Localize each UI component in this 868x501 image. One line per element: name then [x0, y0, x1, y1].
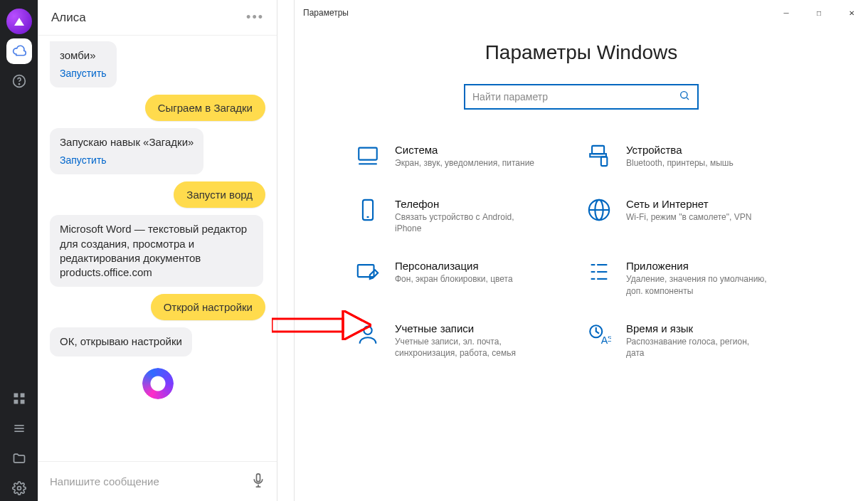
bot-message: ОК, открываю настройки — [50, 327, 192, 356]
svg-rect-21 — [601, 157, 608, 166]
tile-desc: Учетные записи, эл. почта, синхронизация… — [395, 336, 537, 359]
tile-desc: Wi-Fi, режим "в самолете", VPN — [626, 211, 751, 223]
svg-rect-19 — [592, 146, 604, 154]
user-message: Сыграем в Загадки — [145, 95, 265, 121]
window-controls: ─ □ ✕ — [770, 0, 868, 26]
system-icon — [354, 144, 382, 172]
tile-system[interactable]: Система Экран, звук, уведомления, питани… — [354, 144, 578, 172]
bot-message: Запускаю навык «Загадки» Запустить — [50, 128, 203, 174]
settings-body: Параметры Windows Система Экран, звук, у… — [295, 26, 868, 366]
svg-rect-3 — [20, 394, 24, 398]
settings-heading: Параметры Windows — [337, 41, 825, 64]
folder-icon[interactable] — [6, 445, 32, 471]
window-title: Параметры — [303, 8, 349, 18]
bot-message: Microsoft Word — текстовый редактор для … — [50, 215, 263, 287]
time-icon: A字 — [585, 322, 613, 351]
apps-icon — [585, 260, 613, 288]
chat-input[interactable] — [50, 475, 243, 487]
svg-rect-27 — [358, 265, 374, 277]
personalization-icon — [354, 260, 382, 288]
accounts-icon — [354, 322, 382, 351]
settings-search-input[interactable] — [472, 91, 679, 102]
tile-devices[interactable]: Устройства Bluetooth, принтеры, мышь — [585, 144, 809, 172]
cloud-icon[interactable] — [6, 38, 32, 64]
search-icon[interactable] — [679, 90, 690, 104]
devices-icon — [585, 144, 613, 172]
tile-title: Учетные записи — [395, 322, 537, 334]
tile-phone[interactable]: Телефон Связать устройство с Android, iP… — [354, 198, 578, 234]
grid-icon[interactable] — [6, 386, 32, 411]
user-message: Открой настройки — [151, 294, 265, 320]
tile-desc: Удаление, значения по умолчанию, доп. ко… — [626, 273, 768, 296]
close-button[interactable]: ✕ — [835, 0, 868, 26]
tile-title: Сеть и Интернет — [626, 198, 751, 210]
tile-title: Телефон — [395, 198, 537, 210]
tile-personalization[interactable]: Персонализация Фон, экран блокировки, цв… — [354, 260, 578, 296]
chat-header: Алиса ••• — [38, 0, 277, 36]
svg-rect-2 — [14, 394, 18, 398]
alisa-chat-panel: Алиса ••• зомби» Запустить Сыграем в Заг… — [38, 0, 277, 501]
user-message: Запусти ворд — [174, 181, 265, 208]
bot-message: зомби» Запустить — [50, 41, 117, 88]
svg-point-9 — [17, 487, 21, 490]
tile-time[interactable]: A字 Время и язык Распознавание голоса, ре… — [585, 322, 809, 359]
svg-text:A字: A字 — [601, 334, 611, 346]
tile-apps[interactable]: Приложения Удаление, значения по умолчан… — [585, 260, 809, 296]
run-link[interactable]: Запустить — [60, 67, 107, 80]
voice-ring[interactable] — [50, 364, 265, 404]
tile-desc: Фон, экран блокировки, цвета — [395, 273, 513, 285]
alisa-icon[interactable] — [6, 9, 32, 34]
minimize-button[interactable]: ─ — [770, 0, 803, 26]
tile-network[interactable]: Сеть и Интернет Wi-Fi, режим "в самолете… — [585, 198, 809, 234]
svg-point-15 — [681, 92, 687, 98]
tile-desc: Связать устройство с Android, iPhone — [395, 211, 537, 234]
bot-message-text: зомби» — [60, 49, 96, 61]
tile-title: Приложения — [626, 260, 768, 272]
titlebar[interactable]: Параметры ─ □ ✕ — [295, 0, 868, 26]
chat-input-row — [38, 461, 277, 501]
tile-desc: Распознавание голоса, регион, дата — [626, 336, 768, 359]
left-icon-bar — [0, 0, 38, 501]
settings-window: Параметры ─ □ ✕ Параметры Windows Систем… — [295, 0, 868, 501]
tile-desc: Экран, звук, уведомления, питание — [395, 157, 534, 169]
svg-line-16 — [687, 97, 689, 100]
settings-grid: Система Экран, звук, уведомления, питани… — [354, 144, 809, 359]
svg-rect-17 — [359, 148, 377, 160]
phone-icon — [354, 198, 382, 226]
chat-title: Алиса — [51, 11, 86, 25]
svg-point-1 — [18, 84, 19, 85]
bot-message-text: Запускаю навык «Загадки» — [60, 136, 194, 148]
tile-title: Устройства — [626, 144, 734, 156]
tile-title: Персонализация — [395, 260, 513, 272]
svg-point-34 — [364, 326, 371, 334]
svg-rect-5 — [20, 400, 24, 404]
menu-icon[interactable] — [6, 416, 32, 441]
window-gap — [277, 0, 295, 501]
maximize-button[interactable]: □ — [803, 0, 835, 26]
tile-accounts[interactable]: Учетные записи Учетные записи, эл. почта… — [354, 322, 578, 359]
svg-rect-4 — [14, 400, 18, 404]
tile-desc: Bluetooth, принтеры, мышь — [626, 157, 734, 169]
network-icon — [585, 198, 613, 226]
gear-icon[interactable] — [6, 475, 32, 501]
tile-title: Система — [395, 144, 534, 156]
mic-icon[interactable] — [251, 473, 265, 490]
help-icon[interactable] — [6, 68, 32, 94]
run-link[interactable]: Запустить — [60, 154, 194, 167]
chat-messages[interactable]: зомби» Запустить Сыграем в Загадки Запус… — [38, 36, 277, 461]
chat-more-button[interactable]: ••• — [246, 10, 264, 25]
settings-search[interactable] — [464, 84, 699, 110]
tile-title: Время и язык — [626, 322, 768, 334]
